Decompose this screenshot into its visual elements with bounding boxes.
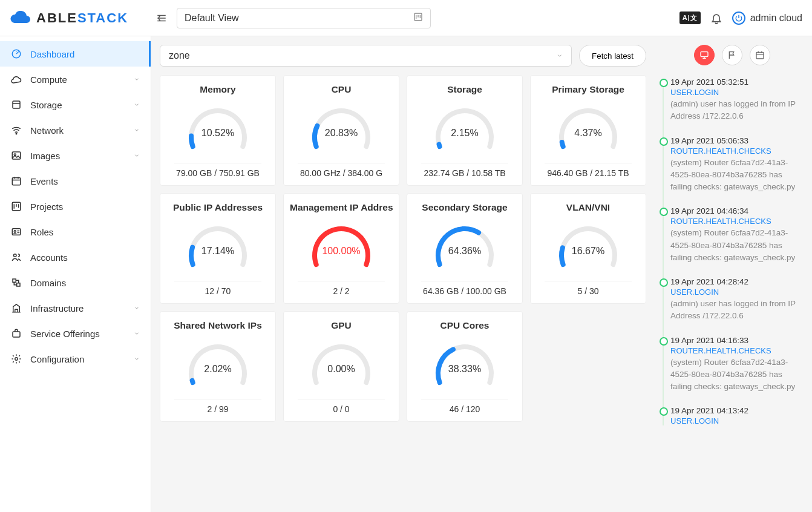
wifi-icon: [11, 125, 22, 136]
svg-rect-4: [12, 152, 21, 159]
chevron-down-icon: [134, 305, 140, 311]
stat-card[interactable]: CPU20.83%80.00 GHz / 384.00 G: [283, 75, 399, 186]
timeline-item[interactable]: 19 Apr 2021 04:46:34ROUTER.HEALTH.CHECKS…: [670, 206, 805, 264]
sidebar-item-network[interactable]: Network: [0, 117, 151, 143]
timeline-item[interactable]: 19 Apr 2021 04:16:33ROUTER.HEALTH.CHECKS…: [670, 336, 805, 393]
gauge-percent: 64.36%: [428, 246, 501, 257]
stat-card[interactable]: Public IP Addresses17.14%12 / 70: [160, 193, 276, 304]
zone-select-label: zone: [169, 50, 190, 61]
card-title: CPU: [290, 84, 393, 95]
sidebar-item-accounts[interactable]: Accounts: [0, 245, 151, 270]
gauge: 38.33%: [428, 337, 501, 392]
gauge: 20.83%: [305, 101, 378, 156]
zone-select[interactable]: zone: [160, 45, 572, 67]
timeline-item[interactable]: 19 Apr 2021 05:06:33ROUTER.HEALTH.CHECKS…: [670, 136, 805, 194]
stat-card[interactable]: Primary Storage4.37%946.40 GB / 21.15 TB: [530, 75, 646, 186]
stat-card[interactable]: Shared Network IPs2.02%2 / 99: [160, 311, 276, 422]
timeline-description: (admin) user has logged in from IP Addre…: [670, 98, 805, 123]
timeline: 19 Apr 2021 05:32:51USER.LOGIN(admin) us…: [660, 77, 805, 425]
sidebar-item-service-offerings[interactable]: Service Offerings: [0, 321, 151, 346]
sidebar-item-events[interactable]: Events: [0, 168, 151, 194]
dashboard-icon: [11, 48, 22, 59]
language-badge[interactable]: A|文: [679, 11, 701, 24]
chevron-down-icon: [134, 356, 140, 362]
gauge-percent: 38.33%: [428, 364, 501, 375]
gauge: 2.15%: [428, 101, 501, 156]
gauge-percent: 17.14%: [182, 246, 254, 257]
chevron-down-icon: [134, 76, 140, 82]
cloud-icon: [11, 74, 22, 85]
svg-point-3: [16, 133, 17, 134]
sidebar-item-roles[interactable]: Roles: [0, 219, 151, 245]
card-title: Secondary Storage: [413, 202, 516, 213]
sidebar-item-label: Infrastructure: [30, 303, 125, 313]
fetch-latest-button[interactable]: Fetch latest: [579, 45, 646, 67]
timeline-item[interactable]: 19 Apr 2021 04:28:42USER.LOGIN(admin) us…: [670, 277, 805, 323]
gauge: 100.00%: [305, 219, 378, 274]
card-title: Memory: [166, 84, 269, 95]
sidebar-item-label: Roles: [30, 227, 140, 237]
bell-icon[interactable]: [710, 12, 722, 24]
sidebar-item-label: Compute: [30, 74, 125, 85]
events-tab-calendar[interactable]: [750, 45, 770, 65]
svg-rect-2: [13, 101, 20, 108]
user-menu[interactable]: admin cloud: [732, 11, 802, 25]
gauge-percent: 100.00%: [305, 246, 378, 257]
gauge-percent: 4.37%: [552, 128, 624, 139]
events-tab-monitor[interactable]: [694, 45, 715, 65]
timeline-event-type: ROUTER.HEALTH.CHECKS: [670, 346, 805, 355]
card-title: Storage: [413, 84, 516, 95]
card-title: VLAN/VNI: [537, 202, 640, 213]
gauge-percent: 10.52%: [182, 128, 254, 139]
timeline-item[interactable]: 19 Apr 2021 05:32:51USER.LOGIN(admin) us…: [670, 77, 805, 123]
sidebar-item-infrastructure[interactable]: Infrastructure: [0, 295, 151, 321]
logo[interactable]: ABLESTACK: [10, 10, 128, 26]
sidebar-item-label: Configuration: [30, 354, 125, 364]
view-select[interactable]: Default View: [177, 8, 431, 28]
sidebar-item-projects[interactable]: Projects: [0, 194, 151, 219]
card-title: Primary Storage: [537, 84, 640, 95]
timeline-description: (system) Router 6cfaa7d2-41a3-4525-80ea-…: [670, 227, 805, 264]
svg-point-9: [14, 231, 16, 232]
svg-point-14: [15, 358, 18, 361]
timeline-timestamp: 19 Apr 2021 04:16:33: [670, 336, 805, 345]
chevron-down-icon: [557, 53, 563, 59]
menu-toggle-icon[interactable]: [156, 13, 167, 24]
timeline-event-type: ROUTER.HEALTH.CHECKS: [670, 146, 805, 156]
timeline-item[interactable]: 19 Apr 2021 04:13:42USER.LOGIN: [670, 406, 805, 425]
sidebar-item-images[interactable]: Images: [0, 143, 151, 168]
chevron-down-icon: [134, 127, 140, 133]
timeline-timestamp: 19 Apr 2021 05:06:33: [670, 136, 805, 145]
stat-card[interactable]: VLAN/VNI16.67%5 / 30: [530, 193, 646, 304]
stat-card[interactable]: Management IP Addresses100.00%2 / 2: [283, 193, 399, 304]
sidebar-item-label: Storage: [30, 100, 125, 110]
sidebar-item-compute[interactable]: Compute: [0, 67, 151, 92]
stat-card[interactable]: Storage2.15%232.74 GB / 10.58 TB: [407, 75, 523, 186]
gauge-percent: 0.00%: [305, 364, 378, 375]
sidebar-item-label: Domains: [30, 278, 140, 288]
timeline-event-type: USER.LOGIN: [670, 416, 805, 425]
project-icon: [413, 12, 423, 24]
sidebar-item-configuration[interactable]: Configuration: [0, 346, 151, 372]
gauge: 10.52%: [182, 101, 254, 156]
stat-card[interactable]: Memory10.52%79.00 GB / 750.91 GB: [160, 75, 276, 186]
sidebar-item-label: Accounts: [30, 252, 140, 263]
stat-card[interactable]: Secondary Storage64.36%64.36 GB / 100.00…: [407, 193, 523, 304]
sidebar-item-label: Network: [30, 125, 125, 136]
timeline-timestamp: 19 Apr 2021 05:32:51: [670, 77, 805, 87]
stat-card[interactable]: CPU Cores38.33%46 / 120: [407, 311, 523, 422]
sidebar-item-label: Service Offerings: [30, 329, 125, 339]
stat-card[interactable]: GPU0.00%0 / 0: [283, 311, 399, 422]
timeline-description: (system) Router 6cfaa7d2-41a3-4525-80ea-…: [670, 356, 805, 393]
card-title: CPU Cores: [413, 320, 516, 331]
sidebar: DashboardComputeStorageNetworkImagesEven…: [0, 36, 151, 512]
gauge: 16.67%: [552, 219, 624, 274]
sidebar-item-storage[interactable]: Storage: [0, 92, 151, 117]
sidebar-item-dashboard[interactable]: Dashboard: [0, 41, 151, 67]
sidebar-item-label: Projects: [30, 202, 140, 212]
svg-rect-15: [701, 52, 708, 57]
sidebar-item-label: Dashboard: [30, 49, 140, 59]
sidebar-item-domains[interactable]: Domains: [0, 270, 151, 295]
infra-icon: [11, 303, 22, 313]
events-tab-flag[interactable]: [722, 45, 742, 65]
